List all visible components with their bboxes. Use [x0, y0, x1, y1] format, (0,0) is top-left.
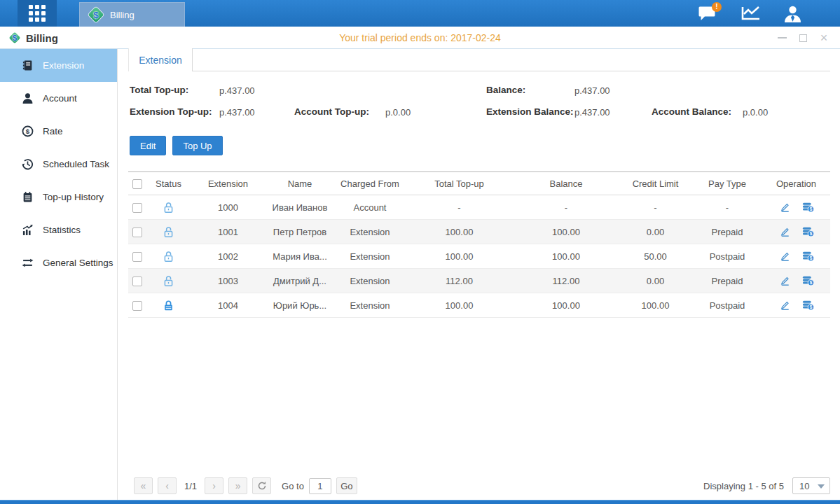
table-header-row: StatusExtensionNameCharged FromTotal Top… [128, 172, 830, 195]
row-checkbox[interactable] [132, 203, 142, 213]
window-bottom-edge [0, 500, 840, 504]
chevron-down-icon [818, 484, 825, 489]
page-size-value: 10 [799, 481, 809, 491]
extension-cell: 1003 [191, 269, 265, 293]
next-page-button[interactable]: › [205, 477, 223, 494]
row-checkbox[interactable] [132, 252, 142, 262]
extension-cell: 1000 [191, 195, 265, 220]
sidebar-item-label: Top-up History [43, 192, 104, 202]
sidebar-item-label: Statistics [43, 225, 81, 235]
balance-value: p.437.00 [574, 85, 610, 96]
topup-coins-icon[interactable]: $ [802, 226, 814, 238]
topup-button[interactable]: Top Up [172, 136, 222, 155]
balance-cell: 100.00 [514, 293, 619, 318]
pay-type-cell: - [692, 195, 762, 220]
balance-cell: 100.00 [514, 220, 619, 244]
charged-from-cell: Extension [335, 220, 405, 244]
sidebar-item-scheduled-task[interactable]: Scheduled Task [0, 148, 117, 181]
window-titlebar: Your trial period ends on: 2017-02-24 $ … [0, 27, 840, 49]
edit-pencil-icon[interactable] [779, 226, 791, 238]
table-body: 1000Иван ИвановAccount----$1001Петр Петр… [128, 195, 830, 318]
account-topup-value: p.0.00 [385, 107, 411, 118]
extension-balance-value: p.437.00 [574, 107, 610, 118]
topup-coins-icon[interactable]: $ [802, 300, 814, 312]
chat-button[interactable]: ! [692, 0, 723, 27]
credit-limit-cell: 0.00 [619, 269, 692, 293]
last-page-button[interactable]: » [228, 477, 247, 494]
column-header: Balance [514, 172, 619, 195]
account-icon [21, 92, 34, 105]
topup-coins-icon[interactable]: $ [802, 202, 814, 214]
name-cell: Дмитрий Д... [265, 269, 335, 293]
go-button[interactable]: Go [336, 477, 357, 494]
column-header: Credit Limit [619, 172, 692, 195]
page-size-select[interactable]: 10 [792, 477, 830, 494]
refresh-icon [257, 481, 267, 491]
edit-pencil-icon[interactable] [779, 275, 791, 287]
total-topup-cell: 100.00 [405, 293, 514, 318]
extension-icon [21, 59, 34, 72]
resource-monitor-button[interactable] [735, 0, 766, 27]
extension-cell: 1002 [191, 244, 265, 269]
billing-diamond-icon: $ [88, 7, 104, 22]
sidebar-item-statistics[interactable]: Statistics [0, 214, 117, 246]
tab-extension[interactable]: Extension [128, 48, 193, 71]
apps-grid-icon [29, 5, 46, 22]
name-cell: Иван Иванов [265, 195, 335, 220]
close-icon[interactable]: × [819, 33, 829, 43]
sidebar-item-rate[interactable]: $Rate [0, 115, 117, 148]
edit-pencil-icon[interactable] [779, 300, 791, 312]
row-checkbox[interactable] [132, 227, 142, 237]
total-topup-cell: 112.00 [405, 269, 514, 293]
select-all-checkbox[interactable] [132, 179, 142, 189]
pay-type-cell: Postpaid [692, 293, 762, 318]
sidebar-item-general-settings[interactable]: General Settings [0, 246, 117, 279]
sidebar-item-extension[interactable]: Extension [0, 49, 117, 82]
svg-text:$: $ [809, 206, 812, 212]
user-menu-button[interactable] [777, 0, 808, 27]
column-header: Total Top-up [405, 172, 514, 195]
balance-cell: 100.00 [514, 244, 619, 269]
sidebar-item-account[interactable]: Account [0, 82, 117, 115]
apps-menu-button[interactable] [18, 0, 57, 27]
sidebar-item-top-up-history[interactable]: Top-up History [0, 181, 117, 214]
credit-limit-cell: 50.00 [619, 244, 692, 269]
prev-page-button[interactable]: ‹ [158, 477, 177, 494]
row-checkbox[interactable] [132, 276, 142, 286]
total-topup-value: p.437.00 [219, 85, 255, 96]
topup-coins-icon[interactable]: $ [802, 275, 814, 287]
table-row: 1000Иван ИвановAccount----$ [128, 195, 830, 220]
column-header: Extension [191, 172, 265, 195]
minimize-icon[interactable] [777, 33, 787, 43]
column-header: Operation [762, 172, 830, 195]
refresh-button[interactable] [252, 477, 271, 494]
window-controls: × [777, 27, 829, 49]
credit-limit-cell: 0.00 [619, 220, 692, 244]
sidebar-item-label: Rate [43, 126, 63, 136]
edit-pencil-icon[interactable] [779, 202, 791, 214]
row-checkbox[interactable] [132, 301, 142, 311]
column-header: Status [146, 172, 191, 195]
first-page-button[interactable]: « [134, 477, 153, 494]
maximize-icon[interactable] [798, 33, 808, 43]
charged-from-cell: Extension [335, 244, 405, 269]
statistics-icon [21, 224, 34, 237]
pay-type-cell: Postpaid [692, 244, 762, 269]
edit-button[interactable]: Edit [130, 136, 166, 155]
lock-open-icon [163, 225, 174, 236]
resource-monitor-icon [740, 5, 762, 22]
svg-text:$: $ [809, 280, 812, 286]
total-topup-cell: 100.00 [405, 220, 514, 244]
page-indicator: 1/1 [184, 481, 197, 491]
user-icon [783, 5, 802, 22]
credit-limit-cell: 100.00 [619, 293, 692, 318]
general-settings-icon [21, 257, 34, 270]
goto-page-input[interactable] [309, 478, 331, 494]
pay-type-cell: Prepaid [692, 220, 762, 244]
total-topup-cell: - [405, 195, 514, 220]
column-header: Pay Type [692, 172, 762, 195]
column-header: Charged From [335, 172, 405, 195]
topup-coins-icon[interactable]: $ [802, 251, 814, 262]
taskbar-tab-billing[interactable]: $ Billing [79, 2, 185, 27]
edit-pencil-icon[interactable] [779, 251, 791, 262]
